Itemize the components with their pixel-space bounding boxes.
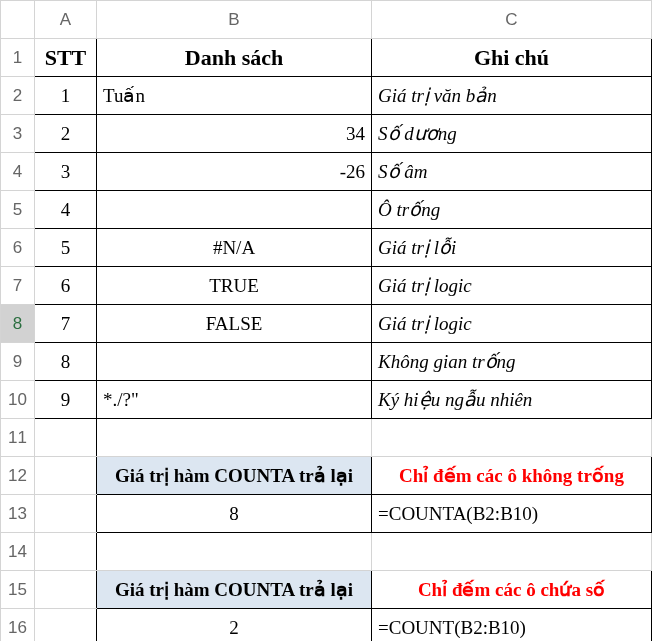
- row-header[interactable]: 5: [1, 191, 35, 229]
- cell-stt[interactable]: 1: [35, 77, 97, 115]
- count-label[interactable]: Giá trị hàm COUNTA trả lại: [97, 571, 372, 609]
- cell-danh-sach[interactable]: TRUE: [97, 267, 372, 305]
- row-header[interactable]: 3: [1, 115, 35, 153]
- row-header[interactable]: 7: [1, 267, 35, 305]
- col-header-b[interactable]: B: [97, 1, 372, 39]
- row-header[interactable]: 16: [1, 609, 35, 642]
- row-header[interactable]: 13: [1, 495, 35, 533]
- row-header[interactable]: 4: [1, 153, 35, 191]
- col-header-a[interactable]: A: [35, 1, 97, 39]
- cell-ghi-chu[interactable]: Giá trị lỗi: [372, 229, 652, 267]
- cell-danh-sach[interactable]: -26: [97, 153, 372, 191]
- header-stt[interactable]: STT: [35, 39, 97, 77]
- cell-stt[interactable]: 4: [35, 191, 97, 229]
- row-header[interactable]: 1: [1, 39, 35, 77]
- count-result[interactable]: 2: [97, 609, 372, 642]
- cell-stt[interactable]: 6: [35, 267, 97, 305]
- cell-ghi-chu[interactable]: Ô trống: [372, 191, 652, 229]
- cell-empty[interactable]: [372, 533, 652, 571]
- cell-ghi-chu[interactable]: Số dương: [372, 115, 652, 153]
- cell-stt[interactable]: 8: [35, 343, 97, 381]
- cell-ghi-chu[interactable]: Không gian trống: [372, 343, 652, 381]
- cell-empty[interactable]: [372, 419, 652, 457]
- counta-label[interactable]: Giá trị hàm COUNTA trả lại: [97, 457, 372, 495]
- cell-empty[interactable]: [35, 457, 97, 495]
- cell-stt[interactable]: 2: [35, 115, 97, 153]
- cell-danh-sach[interactable]: *./?": [97, 381, 372, 419]
- count-note[interactable]: Chỉ đếm các ô chứa số: [372, 571, 652, 609]
- cell-stt[interactable]: 7: [35, 305, 97, 343]
- col-header-c[interactable]: C: [372, 1, 652, 39]
- header-ghi-chu[interactable]: Ghi chú: [372, 39, 652, 77]
- cell-danh-sach[interactable]: [97, 191, 372, 229]
- cell-ghi-chu[interactable]: Số âm: [372, 153, 652, 191]
- cell-empty[interactable]: [35, 495, 97, 533]
- cell-empty[interactable]: [35, 419, 97, 457]
- cell-ghi-chu[interactable]: Giá trị logic: [372, 267, 652, 305]
- cell-stt[interactable]: 3: [35, 153, 97, 191]
- select-all-corner[interactable]: [1, 1, 35, 39]
- cell-danh-sach[interactable]: 34: [97, 115, 372, 153]
- row-header[interactable]: 2: [1, 77, 35, 115]
- row-header[interactable]: 12: [1, 457, 35, 495]
- cell-ghi-chu[interactable]: Giá trị văn bản: [372, 77, 652, 115]
- cell-ghi-chu[interactable]: Ký hiệu ngẫu nhiên: [372, 381, 652, 419]
- counta-note[interactable]: Chỉ đếm các ô không trống: [372, 457, 652, 495]
- cell-danh-sach[interactable]: Tuấn: [97, 77, 372, 115]
- count-formula[interactable]: =COUNT(B2:B10): [372, 609, 652, 642]
- row-header[interactable]: 9: [1, 343, 35, 381]
- cell-empty[interactable]: [35, 571, 97, 609]
- cell-danh-sach[interactable]: [97, 343, 372, 381]
- cell-stt[interactable]: 5: [35, 229, 97, 267]
- row-header[interactable]: 8: [1, 305, 35, 343]
- cell-empty[interactable]: [35, 609, 97, 642]
- row-header[interactable]: 10: [1, 381, 35, 419]
- cell-ghi-chu[interactable]: Giá trị logic: [372, 305, 652, 343]
- row-header[interactable]: 6: [1, 229, 35, 267]
- cell-empty[interactable]: [97, 419, 372, 457]
- cell-danh-sach[interactable]: FALSE: [97, 305, 372, 343]
- row-header[interactable]: 14: [1, 533, 35, 571]
- cell-stt[interactable]: 9: [35, 381, 97, 419]
- header-danh-sach[interactable]: Danh sách: [97, 39, 372, 77]
- cell-empty[interactable]: [97, 533, 372, 571]
- row-header[interactable]: 15: [1, 571, 35, 609]
- row-header[interactable]: 11: [1, 419, 35, 457]
- cell-empty[interactable]: [35, 533, 97, 571]
- counta-formula[interactable]: =COUNTA(B2:B10): [372, 495, 652, 533]
- counta-result[interactable]: 8: [97, 495, 372, 533]
- spreadsheet[interactable]: A B C 1 STT Danh sách Ghi chú 21TuấnGiá …: [0, 0, 652, 641]
- cell-danh-sach[interactable]: #N/A: [97, 229, 372, 267]
